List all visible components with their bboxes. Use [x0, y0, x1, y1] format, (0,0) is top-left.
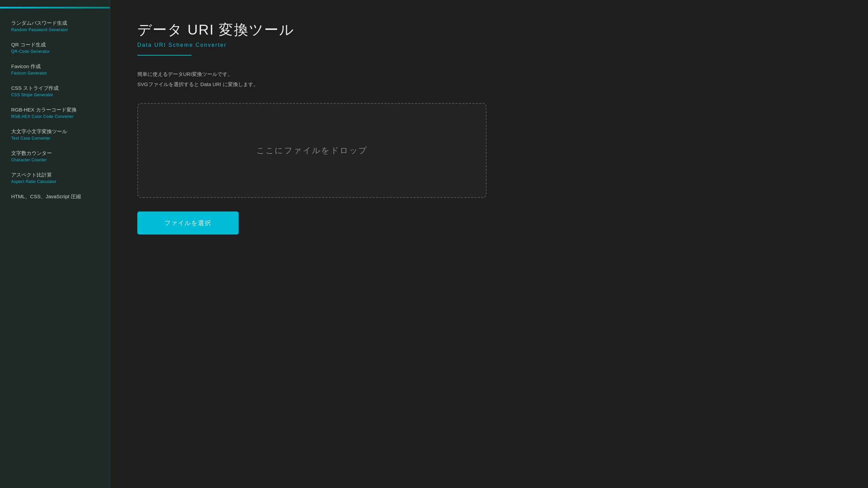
sidebar-top-bar — [0, 7, 110, 8]
page-title-en: Data URI Scheme Converter — [137, 42, 841, 48]
sidebar-item-en-char-counter: Character Counter — [11, 158, 100, 162]
sidebar-item-ja-aspect-ratio: アスペクト比計算 — [11, 172, 100, 178]
sidebar-item-ja-minifier: HTML、CSS、JavaScript 圧縮 — [11, 194, 100, 200]
sidebar-item-ja-char-counter: 文字数カウンター — [11, 150, 100, 157]
page-title-ja: データ URI 変換ツール — [137, 20, 841, 39]
sidebar-item-css-stripe[interactable]: CSS ストライプ作成CSS Stripe Generator — [0, 80, 110, 102]
sidebar-item-en-qr-code: QR-Code Generator — [11, 49, 100, 54]
sidebar-item-ja-rgb-hex: RGB-HEX カラーコード変換 — [11, 107, 100, 113]
sidebar-item-ja-text-case: 大文字小文字変換ツール — [11, 128, 100, 135]
sidebar-item-ja-qr-code: QR コード生成 — [11, 42, 100, 48]
sidebar-item-en-favicon: Favicon Generator — [11, 71, 100, 76]
sidebar-item-random-password[interactable]: ランダムパスワード生成Random Password Generator — [0, 15, 110, 37]
description: 簡単に使えるデータURI変換ツールです。 SVGファイルを選択すると Data … — [137, 69, 841, 89]
sidebar-item-ja-random-password: ランダムパスワード生成 — [11, 20, 100, 26]
sidebar-item-en-rgb-hex: RGB,HEX Color Code Converter — [11, 114, 100, 119]
divider — [137, 55, 192, 56]
sidebar-item-en-aspect-ratio: Aspect Ratio Calculator — [11, 179, 100, 184]
sidebar-item-favicon[interactable]: Favicon 作成Favicon Generator — [0, 59, 110, 80]
drop-zone[interactable]: ここにファイルをドロップ — [137, 103, 487, 198]
drop-zone-text: ここにファイルをドロップ — [256, 145, 368, 156]
sidebar-item-rgb-hex[interactable]: RGB-HEX カラーコード変換RGB,HEX Color Code Conve… — [0, 102, 110, 124]
description-line2: SVGファイルを選択すると Data URI に変換します。 — [137, 79, 841, 89]
main-content: データ URI 変換ツール Data URI Scheme Converter … — [110, 0, 868, 488]
sidebar-item-ja-css-stripe: CSS ストライプ作成 — [11, 85, 100, 92]
sidebar-item-en-text-case: Text Case Converter — [11, 136, 100, 141]
sidebar-item-text-case[interactable]: 大文字小文字変換ツールText Case Converter — [0, 124, 110, 145]
sidebar-item-en-random-password: Random Password Generator — [11, 27, 100, 32]
sidebar-item-qr-code[interactable]: QR コード生成QR-Code Generator — [0, 37, 110, 59]
select-file-button[interactable]: ファイルを選択 — [137, 211, 239, 235]
sidebar-item-minifier[interactable]: HTML、CSS、JavaScript 圧縮 — [0, 189, 110, 206]
sidebar: ランダムパスワード生成Random Password GeneratorQR コ… — [0, 0, 110, 488]
description-line1: 簡単に使えるデータURI変換ツールです。 — [137, 69, 841, 79]
sidebar-item-en-css-stripe: CSS Stripe Generator — [11, 93, 100, 97]
sidebar-item-aspect-ratio[interactable]: アスペクト比計算Aspect Ratio Calculator — [0, 167, 110, 189]
sidebar-item-char-counter[interactable]: 文字数カウンターCharacter Counter — [0, 145, 110, 167]
sidebar-item-ja-favicon: Favicon 作成 — [11, 63, 100, 70]
